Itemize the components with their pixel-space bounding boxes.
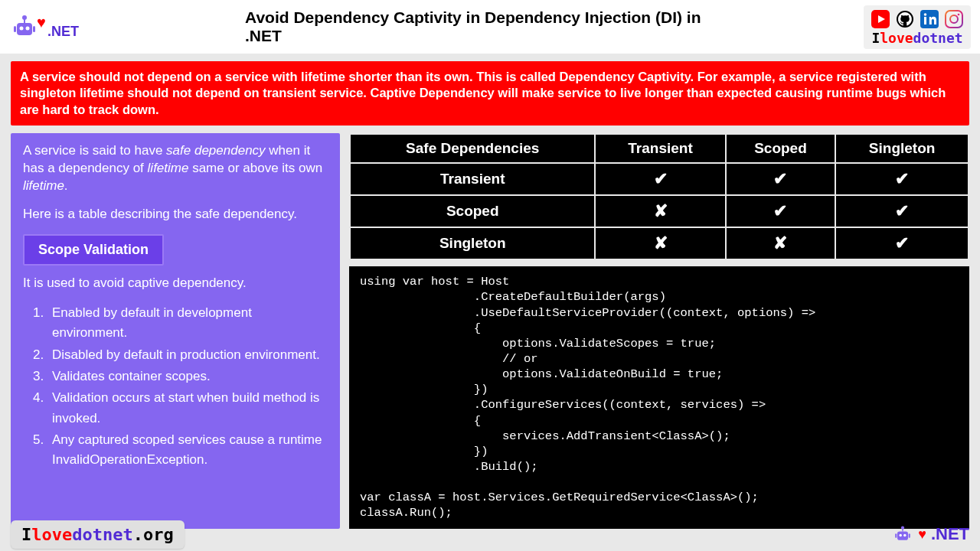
table-row: Transient ✔ ✔ ✔ xyxy=(351,164,968,194)
row-label: Scoped xyxy=(351,196,594,227)
list-item: Enabled by default in development enviro… xyxy=(47,303,328,344)
heart-icon: ♥ xyxy=(918,527,926,543)
youtube-icon[interactable] xyxy=(871,10,890,28)
brand-org: .org xyxy=(133,525,174,544)
svg-rect-6 xyxy=(33,26,35,32)
header-right: Ilovedotnet xyxy=(864,5,971,49)
svg-rect-5 xyxy=(14,26,16,32)
check-icon: ✔ xyxy=(596,164,724,194)
brand-dotnet: dotnet xyxy=(72,525,132,544)
content: A service should not depend on a service… xyxy=(0,54,980,529)
logo-left: ♥ .NET xyxy=(9,11,79,42)
svg-point-20 xyxy=(903,534,906,537)
t: safe dependency xyxy=(166,143,266,158)
th-scoped: Scoped xyxy=(727,135,835,162)
svg-rect-21 xyxy=(895,533,897,538)
brand-dotnet: dotnet xyxy=(913,30,963,46)
t: lifetime xyxy=(148,161,189,175)
brand-text-header: Ilovedotnet xyxy=(871,30,963,46)
robot-icon xyxy=(9,11,40,42)
linkedin-icon[interactable] xyxy=(920,10,939,28)
svg-point-15 xyxy=(958,13,960,15)
github-icon[interactable] xyxy=(896,10,914,28)
check-icon: ✔ xyxy=(727,164,835,194)
svg-point-14 xyxy=(950,15,958,23)
list-item: Any captured scoped services cause a run… xyxy=(47,430,328,471)
row-label: Transient xyxy=(351,164,594,194)
svg-rect-22 xyxy=(909,533,910,538)
th-safe: Safe Dependencies xyxy=(351,135,594,162)
svg-rect-18 xyxy=(897,532,908,540)
svg-point-3 xyxy=(20,27,24,31)
warning-banner: A service should not depend on a service… xyxy=(11,61,969,126)
cross-icon: ✘ xyxy=(596,196,724,227)
svg-rect-17 xyxy=(902,529,903,532)
th-singleton: Singleton xyxy=(836,135,968,162)
row-label: Singleton xyxy=(351,228,594,259)
columns: A service is said to have safe dependenc… xyxy=(11,133,969,528)
th-transient: Transient xyxy=(596,135,724,162)
svg-rect-1 xyxy=(24,19,25,23)
svg-point-4 xyxy=(26,27,30,31)
t: A service is said to have xyxy=(23,143,166,158)
list-item: Disabled by default in production enviro… xyxy=(47,345,328,365)
svg-rect-13 xyxy=(946,11,962,28)
page-title: Avoid Dependency Captivity in Dependency… xyxy=(245,8,735,45)
cross-icon: ✘ xyxy=(727,228,835,259)
check-icon: ✔ xyxy=(727,196,835,227)
check-icon: ✔ xyxy=(836,164,968,194)
scope-validation-heading: Scope Validation xyxy=(23,234,164,266)
footer-right: ♥ .NET xyxy=(892,523,969,545)
check-icon: ✔ xyxy=(836,196,968,227)
brand-i: I xyxy=(21,525,31,544)
footer-dotnet-text: .NET xyxy=(931,524,969,544)
table-row: Scoped ✘ ✔ ✔ xyxy=(351,196,968,227)
check-icon: ✔ xyxy=(836,228,968,259)
brand-i: I xyxy=(871,30,880,46)
scope-desc: It is used to avoid captive dependency. xyxy=(23,275,328,292)
svg-rect-2 xyxy=(17,23,32,35)
list-item: Validates container scopes. xyxy=(47,367,328,386)
heart-icon: ♥ xyxy=(37,14,46,31)
header: ♥ .NET Avoid Dependency Captivity in Dep… xyxy=(0,0,980,54)
brand-love: love xyxy=(31,525,72,544)
svg-point-12 xyxy=(924,13,927,16)
instagram-icon[interactable] xyxy=(945,10,963,28)
table-header-row: Safe Dependencies Transient Scoped Singl… xyxy=(351,135,968,162)
cross-icon: ✘ xyxy=(596,228,724,259)
left-column: A service is said to have safe dependenc… xyxy=(11,133,340,528)
robot-icon xyxy=(892,523,913,545)
safe-dependency-para: A service is said to have safe dependenc… xyxy=(23,142,328,195)
code-block: using var host = Host .CreateDefaultBuil… xyxy=(349,266,969,528)
brand-love: love xyxy=(880,30,913,46)
t: same or above its own xyxy=(188,161,322,175)
svg-rect-11 xyxy=(924,17,926,24)
scope-list: Enabled by default in development enviro… xyxy=(23,303,328,471)
svg-point-19 xyxy=(900,534,903,537)
right-column: Safe Dependencies Transient Scoped Singl… xyxy=(349,133,969,528)
table-intro-para: Here is a table describing the safe depe… xyxy=(23,206,328,223)
table-row: Singleton ✘ ✘ ✔ xyxy=(351,228,968,259)
safe-dependencies-table: Safe Dependencies Transient Scoped Singl… xyxy=(349,133,969,260)
t: lifetime xyxy=(23,178,64,193)
footer: Ilovedotnet.org ♥ .NET xyxy=(0,517,980,551)
list-item: Validation occurs at start when build me… xyxy=(47,388,328,429)
logo-dotnet-text: .NET xyxy=(47,24,79,40)
social-icons xyxy=(871,10,963,28)
t: . xyxy=(64,178,68,193)
footer-url[interactable]: Ilovedotnet.org xyxy=(11,520,185,549)
